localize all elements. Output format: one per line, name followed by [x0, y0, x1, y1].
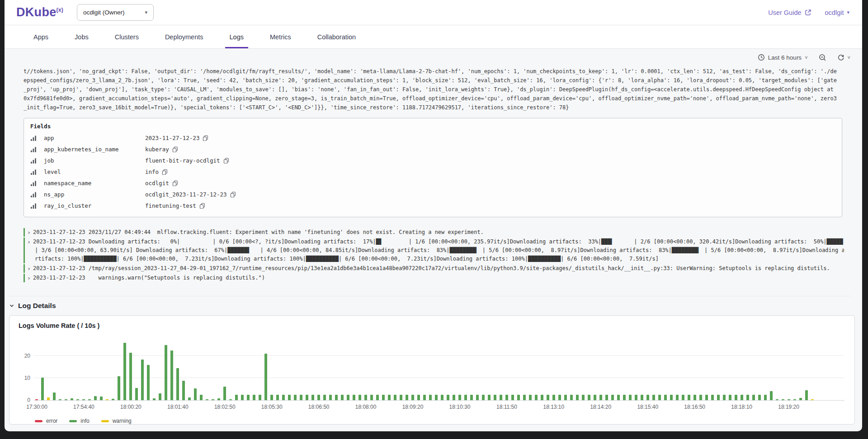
refresh-options-caret[interactable]: ˅	[848, 55, 850, 60]
y-axis-label: 20	[19, 353, 30, 359]
chart-bar	[247, 395, 250, 400]
dkube-app: DKube(x) ocdlgit (Owner) ▾ User Guide oc…	[5, 0, 862, 431]
chart-bar	[635, 395, 637, 400]
chart-bar	[153, 398, 156, 400]
field-chart-icon	[30, 203, 37, 209]
copy-button[interactable]	[223, 158, 229, 163]
legend-label: info	[80, 418, 89, 424]
tab-jobs[interactable]: Jobs	[72, 25, 91, 48]
refresh-button[interactable]: ˅	[837, 54, 850, 61]
chart-bar	[129, 353, 132, 400]
copy-button[interactable]	[162, 169, 168, 175]
copy-button[interactable]	[203, 135, 208, 141]
field-value: 2023-11-27-12-23	[145, 135, 199, 141]
legend-item[interactable]: warning	[101, 418, 132, 424]
field-row[interactable]: jobfluent-bit-ray-ocdlgit	[30, 155, 835, 166]
copy-icon	[203, 135, 208, 141]
chart-bar	[118, 376, 120, 400]
field-name: job	[44, 157, 145, 164]
user-guide-label: User Guide	[768, 9, 801, 16]
chart-bar	[364, 395, 367, 400]
x-axis-label: 18:18:10	[731, 404, 752, 410]
x-axis-label: 18:15:40	[637, 404, 658, 410]
field-value: info	[145, 168, 159, 175]
field-row[interactable]: app2023-11-27-12-23	[30, 132, 835, 144]
user-guide-link[interactable]: User Guide	[768, 9, 811, 16]
chart-bar	[688, 395, 690, 400]
log-entry: ›2023-11-27-12-23 warnings.warn("Setupto…	[24, 274, 844, 282]
log-entry-line: ›2023-11-27-12-23 2023/11/27 04:49:44 ml…	[25, 228, 844, 237]
chart-bar	[306, 395, 308, 400]
time-range-label: Last 6 hours	[768, 54, 802, 61]
external-link-icon	[805, 9, 811, 16]
chart-bar	[494, 395, 496, 400]
copy-icon	[162, 169, 168, 175]
copy-button[interactable]	[172, 146, 178, 152]
log-tail-line: epspeed_configs/zero_3_llama_2_7b.json',…	[24, 76, 844, 85]
legend-item[interactable]: error	[35, 418, 57, 424]
fields-rows: app2023-11-27-12-23app_kubernetes_io_nam…	[30, 132, 835, 211]
chart-bar	[253, 395, 255, 400]
field-row[interactable]: ns_appocdlgit_2023-11-27-12-23	[30, 189, 835, 200]
tab-metrics[interactable]: Metrics	[267, 25, 294, 48]
chart-bar	[670, 395, 673, 400]
log-entry-chevron-icon[interactable]: ›	[25, 264, 33, 273]
log-entry-line: ›2023-11-27-12-23 Downloading artifacts:…	[25, 238, 844, 246]
chart-bar	[106, 399, 108, 400]
chart-bar	[194, 388, 197, 400]
field-row[interactable]: ray_io_clusterfinetuning-test	[30, 200, 835, 211]
chart-bar	[811, 399, 814, 400]
chart-bar	[729, 395, 731, 400]
tab-apps[interactable]: Apps	[31, 25, 51, 48]
chart-bar	[223, 387, 226, 400]
chart-gridline	[34, 355, 844, 356]
chart-gridline	[34, 378, 844, 378]
chart-bar	[41, 378, 44, 400]
tab-logs[interactable]: Logs	[227, 25, 246, 48]
tab-collaboration[interactable]: Collaboration	[315, 25, 359, 48]
chart-bar	[558, 395, 561, 400]
chart-bar	[458, 395, 461, 400]
legend-item[interactable]: info	[69, 418, 89, 424]
field-row[interactable]: levelinfo	[30, 166, 835, 177]
header-right: User Guide ocdlgit ▾	[768, 9, 849, 16]
log-entry-chevron-icon[interactable]: ›	[25, 238, 33, 246]
copy-button[interactable]	[230, 191, 236, 197]
workspace-select[interactable]: ocdlgit (Owner) ▾	[77, 4, 154, 21]
log-entry-chevron-icon[interactable]: ›	[25, 274, 33, 282]
field-value: ocdlgit	[145, 180, 169, 187]
copy-button[interactable]	[172, 180, 178, 186]
field-chart-icon	[30, 135, 37, 141]
chevron-down-icon: ▾	[145, 9, 148, 15]
chart-bar	[617, 395, 620, 400]
tab-deployments[interactable]: Deployments	[162, 25, 206, 48]
chart-bar	[588, 395, 590, 400]
time-range-button[interactable]: Last 6 hours ˅	[758, 54, 808, 61]
tab-clusters[interactable]: Clusters	[112, 25, 142, 48]
x-axis-label: 18:11:50	[496, 404, 517, 410]
log-entry-chevron-icon[interactable]: ›	[25, 228, 33, 237]
copy-button[interactable]	[199, 203, 205, 209]
chart-title: Logs Volume Rate ( / 10s )	[19, 322, 847, 329]
chart-bar	[217, 398, 220, 400]
field-row[interactable]: app_kubernetes_io_namekuberay	[30, 144, 835, 155]
log-details-header[interactable]: Log Details	[9, 302, 850, 310]
x-axis-label: 18:16:50	[684, 404, 705, 410]
field-row[interactable]: namespace_nameocdlgit	[30, 177, 835, 189]
chart-bar	[535, 395, 538, 400]
field-value: fluent-bit-ray-ocdlgit	[145, 157, 220, 164]
user-menu[interactable]: ocdlgit ▾	[825, 9, 849, 16]
zoom-out-button[interactable]	[819, 54, 826, 61]
field-chart-icon	[30, 158, 37, 164]
chart-bar	[805, 390, 808, 400]
chart-bar	[141, 360, 144, 400]
chart-bar	[570, 395, 573, 400]
legend-swatch	[35, 420, 42, 422]
log-tail-line: 0x7fd9681fe0d0>, gradient_accumulation_s…	[24, 94, 844, 103]
chart-bar	[382, 395, 385, 400]
log-viewer: t//tokens.json', 'no_grad_ckpt': False, …	[5, 66, 862, 282]
log-entries: ›2023-11-27-12-23 2023/11/27 04:49:44 ml…	[24, 228, 844, 282]
chart-bar	[65, 399, 67, 400]
chart-bar	[200, 395, 203, 400]
x-axis-label: 18:19:20	[778, 404, 799, 410]
